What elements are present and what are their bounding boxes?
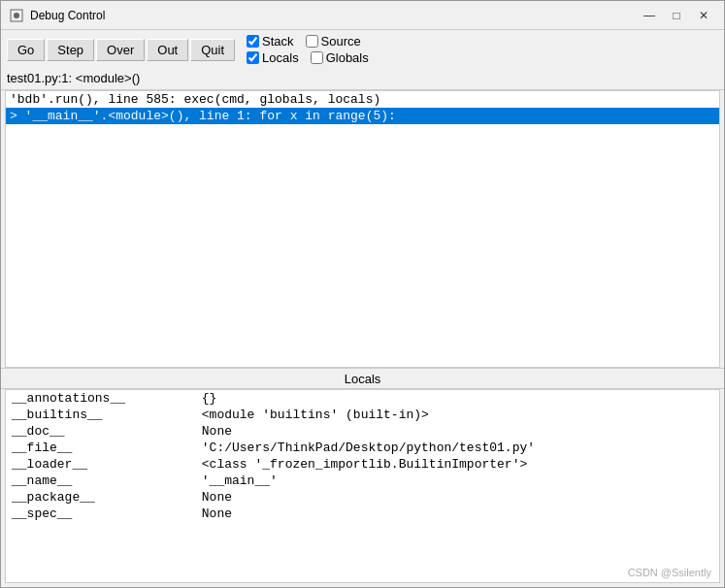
local-key-loader: __loader__ <box>6 456 196 473</box>
debug-control-window: Debug Control — □ ✕ Go Step Over Out Qui… <box>0 0 725 588</box>
stack-pane[interactable]: 'bdb'.run(), line 585: exec(cmd, globals… <box>5 90 720 368</box>
local-value-name: '__main__' <box>196 473 719 489</box>
local-row-package: __package__ None <box>6 489 719 506</box>
close-button[interactable]: ✕ <box>691 6 716 25</box>
local-key-builtins: __builtins__ <box>6 407 196 423</box>
globals-checkbox[interactable] <box>311 51 323 64</box>
quit-button[interactable]: Quit <box>190 39 235 61</box>
locals-checkbox[interactable] <box>247 51 259 64</box>
out-button[interactable]: Out <box>147 39 188 61</box>
local-value-doc: None <box>196 423 719 440</box>
stack-line-1[interactable]: > '__main__'.<module>(), line 1: for x i… <box>6 108 719 124</box>
go-button[interactable]: Go <box>7 39 45 61</box>
local-value-annotations: {} <box>196 390 719 407</box>
stack-checkbox[interactable] <box>247 35 259 48</box>
locals-label: Locals <box>262 50 299 65</box>
title-bar: Debug Control — □ ✕ <box>1 1 724 30</box>
debug-buttons: Go Step Over Out Quit <box>7 34 235 65</box>
local-value-builtins: <module 'builtins' (built-in)> <box>196 407 719 423</box>
minimize-button[interactable]: — <box>637 6 662 25</box>
app-icon <box>9 8 24 23</box>
local-value-spec: None <box>196 506 719 522</box>
svg-point-1 <box>14 13 19 18</box>
checkbox-row-1: Stack Source <box>247 34 369 49</box>
local-value-package: None <box>196 489 719 506</box>
local-key-file: __file__ <box>6 440 196 456</box>
view-options: Stack Source Locals Globals <box>247 34 369 65</box>
local-key-spec: __spec__ <box>6 506 196 522</box>
local-row-builtins: __builtins__ <module 'builtins' (built-i… <box>6 407 719 423</box>
local-row-spec: __spec__ None <box>6 506 719 522</box>
locals-pane[interactable]: __annotations__ {} __builtins__ <module … <box>5 389 720 583</box>
locals-checkbox-label[interactable]: Locals <box>247 50 299 65</box>
stack-checkbox-label[interactable]: Stack <box>247 34 294 49</box>
toolbar: Go Step Over Out Quit Stack Source Lo <box>1 30 724 69</box>
source-checkbox[interactable] <box>306 35 318 48</box>
local-key-package: __package__ <box>6 489 196 506</box>
local-row-name: __name__ '__main__' <box>6 473 719 489</box>
local-value-loader: <class '_frozen_importlib.BuiltinImporte… <box>196 456 719 473</box>
step-button[interactable]: Step <box>47 39 94 61</box>
local-row-file: __file__ 'C:/Users/ThinkPad/Desktop/pyth… <box>6 440 719 456</box>
globals-checkbox-label[interactable]: Globals <box>311 50 369 65</box>
globals-label: Globals <box>326 50 369 65</box>
local-key-name: __name__ <box>6 473 196 489</box>
local-key-annotations: __annotations__ <box>6 390 196 407</box>
source-label: Source <box>321 34 361 49</box>
locals-pane-label: Locals <box>345 372 381 386</box>
locals-divider: Locals <box>1 368 724 389</box>
local-value-file: 'C:/Users/ThinkPad/Desktop/python/test01… <box>196 440 719 456</box>
maximize-button[interactable]: □ <box>664 6 689 25</box>
window-controls: — □ ✕ <box>637 6 716 25</box>
local-row-loader: __loader__ <class '_frozen_importlib.Bui… <box>6 456 719 473</box>
stack-label: Stack <box>262 34 294 49</box>
over-button[interactable]: Over <box>96 39 145 61</box>
watermark: CSDN @Ssilently <box>628 567 711 578</box>
status-line: test01.py:1: <module>() <box>1 69 724 90</box>
local-row-annotations: __annotations__ {} <box>6 390 719 407</box>
locals-table: __annotations__ {} __builtins__ <module … <box>6 390 719 522</box>
local-row-doc: __doc__ None <box>6 423 719 440</box>
local-key-doc: __doc__ <box>6 423 196 440</box>
window-title: Debug Control <box>30 9 637 22</box>
source-checkbox-label[interactable]: Source <box>306 34 361 49</box>
stack-line-0[interactable]: 'bdb'.run(), line 585: exec(cmd, globals… <box>6 91 719 108</box>
checkbox-row-2: Locals Globals <box>247 50 369 65</box>
